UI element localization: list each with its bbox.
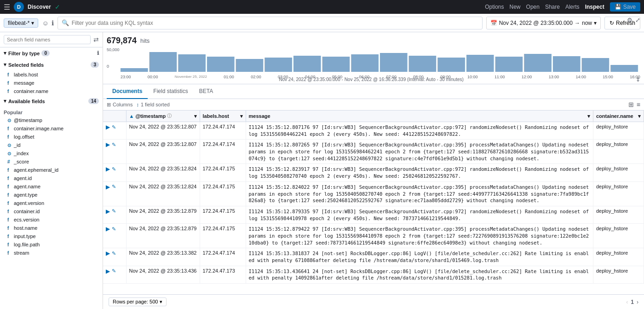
list-view-icon[interactable]: ≡ bbox=[637, 101, 640, 108]
discover-button[interactable]: Discover bbox=[28, 4, 51, 10]
sidebar-available-field[interactable]: fagent.type bbox=[0, 191, 103, 199]
sidebar-available-field[interactable]: fcontainer.id bbox=[0, 207, 103, 216]
inspect-row-icon[interactable]: ✎ bbox=[112, 208, 116, 214]
expand-row-icon[interactable]: ▶ bbox=[106, 268, 110, 274]
inspect-row-icon[interactable]: ✎ bbox=[112, 142, 116, 148]
open-link[interactable]: Open bbox=[526, 4, 540, 10]
new-link[interactable]: New bbox=[510, 4, 521, 10]
rows-per-page-button[interactable]: Rows per page: 500 ▾ bbox=[109, 297, 167, 306]
row-controls-cell: ▶ ✎ bbox=[103, 122, 126, 140]
sidebar-available-field[interactable]: fagent.name bbox=[0, 182, 103, 191]
expand-row-icon[interactable]: ▶ bbox=[106, 208, 110, 215]
share-link[interactable]: Share bbox=[545, 4, 560, 10]
filter-by-type-header[interactable]: ▾ Filter by type 0 ℹ bbox=[0, 47, 103, 59]
container-name-chevron-icon[interactable]: ▾ bbox=[638, 113, 641, 119]
sidebar-available-field[interactable]: flog.file.path bbox=[0, 240, 103, 249]
sidebar-available-field[interactable]: fagent.id bbox=[0, 174, 103, 182]
container-name-col-label: container.name bbox=[596, 113, 633, 119]
expand-row-icon[interactable]: ▶ bbox=[106, 250, 110, 257]
expand-row-icon[interactable]: ▶ bbox=[106, 141, 110, 148]
sidebar-popular-field[interactable]: ⊙@timestamp bbox=[0, 116, 103, 124]
selected-fields-header[interactable]: ▾ Selected fields 3 bbox=[0, 59, 103, 70]
sidebar-available-field[interactable]: fagent.version bbox=[0, 199, 103, 207]
message-value: I1124 15:35:13.381837 24 [not-set] Rocks… bbox=[249, 251, 589, 263]
inspect-row-icon[interactable]: ✎ bbox=[112, 124, 116, 130]
columns-control[interactable]: ⊞ Columns bbox=[107, 102, 132, 108]
field-name: container.name bbox=[14, 88, 48, 94]
index-pattern-badge[interactable]: filebeat-* ▾ bbox=[4, 18, 38, 28]
expand-row-icon[interactable]: ▶ bbox=[106, 226, 110, 232]
inspect-row-icon[interactable]: ✎ bbox=[112, 184, 116, 190]
sidebar-selected-field[interactable]: fmessage bbox=[0, 79, 103, 87]
sort-icon: ↕ bbox=[136, 102, 139, 107]
col-header-labels-host[interactable]: labels.host ▾ bbox=[200, 111, 246, 122]
sidebar-popular-field[interactable]: fcontainer.image.name bbox=[0, 124, 103, 133]
timestamp-info-icon: ⓘ bbox=[167, 113, 172, 119]
labels-host-cell: 172.24.47.173 bbox=[200, 266, 246, 283]
prev-page-icon[interactable]: ‹ bbox=[626, 299, 628, 305]
top-nav-right: Options New Open Share Alerts Inspect 💾 … bbox=[485, 2, 640, 12]
timestamp-value: Nov 24, 2022 @ 23:35:12.807 bbox=[129, 141, 197, 147]
grid-view-icon[interactable]: ⊞ bbox=[628, 101, 634, 108]
field-name: _index bbox=[14, 151, 29, 156]
container-name-cell: deploy_hstore bbox=[593, 164, 644, 181]
available-fields-list: ⊙_id⊙_index#_scorefagent.ephemeral_idfag… bbox=[0, 141, 103, 257]
sidebar-available-field[interactable]: fecs.version bbox=[0, 216, 103, 224]
sidebar-available-field[interactable]: finput.type bbox=[0, 232, 103, 240]
expand-row-icon[interactable]: ▶ bbox=[106, 166, 110, 172]
save-button[interactable]: 💾 Save bbox=[610, 2, 640, 12]
time-range-picker[interactable]: 📅 Nov 24, 2022 @ 23:35:00.000 → now ▾ bbox=[486, 17, 601, 29]
sidebar-selected-field[interactable]: fcontainer.name bbox=[0, 87, 103, 95]
sidebar-search-input[interactable] bbox=[4, 35, 91, 44]
inspect-row-icon[interactable]: ✎ bbox=[112, 251, 116, 257]
expand-row-icon[interactable]: ▶ bbox=[106, 184, 110, 190]
svg-rect-13 bbox=[495, 57, 523, 72]
sort-control[interactable]: ↕ 1 field sorted bbox=[136, 102, 169, 107]
sidebar-available-field[interactable]: fagent.ephemeral_id bbox=[0, 166, 103, 174]
col-header-message[interactable]: message ▾ bbox=[246, 111, 593, 122]
row-controls-cell: ▶ ✎ bbox=[103, 266, 126, 283]
search-input[interactable] bbox=[72, 20, 478, 26]
info-icon[interactable]: ℹ bbox=[52, 19, 54, 27]
filter-type-info-icon[interactable]: ℹ bbox=[97, 50, 99, 56]
sidebar-selected-field[interactable]: flabels.host bbox=[0, 70, 103, 79]
sidebar-available-field[interactable]: ⊙_index bbox=[0, 149, 103, 157]
inspect-row-icon[interactable]: ✎ bbox=[112, 226, 116, 232]
alerts-link[interactable]: Alerts bbox=[565, 4, 580, 10]
labels-host-cell: 172.24.47.175 bbox=[200, 206, 246, 223]
inspect-link[interactable]: Inspect bbox=[585, 4, 604, 10]
message-cell: I1124 15:35:13.436641 24 [not-set] Rocks… bbox=[246, 266, 593, 283]
row-controls: ▶ ✎ bbox=[106, 208, 123, 215]
options-link[interactable]: Options bbox=[485, 4, 504, 10]
menu-icon[interactable]: ☰ bbox=[4, 3, 10, 12]
tab-field-statistics[interactable]: Field statistics bbox=[148, 84, 193, 99]
row-controls-cell: ▶ ✎ bbox=[103, 140, 126, 164]
expand-row-icon[interactable]: ▶ bbox=[106, 124, 110, 130]
inspect-row-icon[interactable]: ✎ bbox=[112, 166, 116, 172]
row-controls-cell: ▶ ✎ bbox=[103, 181, 126, 206]
smiley-icon[interactable]: ☺ bbox=[42, 19, 48, 27]
tab-documents[interactable]: Documents bbox=[107, 84, 148, 99]
sidebar-available-field[interactable]: ⊙_id bbox=[0, 141, 103, 149]
sidebar-available-field[interactable]: fhost.name bbox=[0, 224, 103, 232]
col-header-container-name[interactable]: container.name ▾ bbox=[593, 111, 644, 122]
available-fields-header[interactable]: ▾ Available fields 14 bbox=[0, 95, 103, 107]
sidebar-collapse-icon[interactable]: ⇄ bbox=[93, 36, 99, 43]
message-chevron-icon[interactable]: ▾ bbox=[587, 113, 590, 119]
timestamp-chevron-icon[interactable]: ▾ bbox=[194, 113, 197, 119]
sidebar-available-field[interactable]: #_score bbox=[0, 157, 103, 166]
sidebar-popular-field[interactable]: flog.offset bbox=[0, 133, 103, 141]
inspect-row-icon[interactable]: ✎ bbox=[112, 268, 116, 274]
col-header-timestamp[interactable]: ▲ @timestamp ⓘ ▾ bbox=[126, 111, 200, 122]
table-toolbar-right: ⊞ ≡ bbox=[628, 101, 640, 108]
message-cell: I1124 15:35:12.824022 97 [Id:srv:WB3] Se… bbox=[246, 181, 593, 206]
labels-host-chevron-icon[interactable]: ▾ bbox=[240, 113, 243, 119]
tab-beta[interactable]: BETA bbox=[194, 84, 218, 99]
container-name-value: deploy_hstore bbox=[596, 208, 628, 214]
col-header-controls bbox=[103, 111, 126, 122]
search-bar[interactable]: 🔍 bbox=[58, 17, 483, 29]
next-page-icon[interactable]: › bbox=[637, 299, 638, 305]
timestamp-value: Nov 24, 2022 @ 23:35:12.824 bbox=[129, 166, 197, 171]
sidebar-available-field[interactable]: fstream bbox=[0, 249, 103, 257]
field-type-icon: f bbox=[7, 226, 11, 231]
